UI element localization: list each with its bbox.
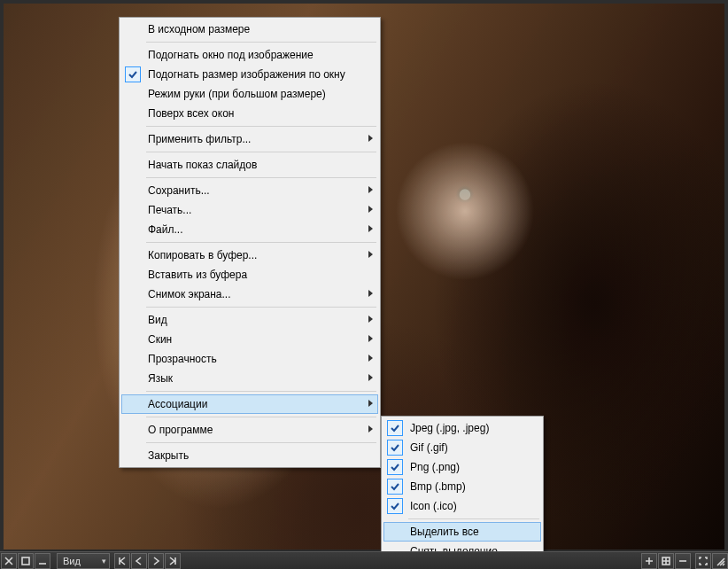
menu-language[interactable]: Язык	[121, 369, 378, 388]
menu-separator	[146, 152, 376, 152]
fullscreen-button[interactable]	[695, 553, 711, 569]
next-button[interactable]	[148, 553, 164, 569]
submenu-bmp[interactable]: Bmp (.bmp)	[383, 477, 541, 496]
menu-separator	[146, 442, 376, 443]
submenu-jpeg[interactable]: Jpeg (.jpg, .jpeg)	[383, 418, 541, 438]
menu-separator	[146, 177, 376, 178]
menu-save[interactable]: Сохранить...	[121, 181, 378, 200]
resize-grip[interactable]	[712, 553, 728, 569]
menu-screenshot[interactable]: Снимок экрана...	[121, 284, 378, 304]
submenu-arrow-icon	[368, 186, 373, 193]
check-icon	[387, 440, 403, 456]
menu-separator	[408, 518, 539, 519]
submenu-png[interactable]: Png (.png)	[383, 457, 541, 477]
menu-separator	[146, 417, 376, 417]
check-icon	[387, 479, 403, 495]
submenu-icon[interactable]: Icon (.ico)	[383, 496, 541, 516]
submenu-select-all[interactable]: Выделить все	[383, 522, 541, 542]
submenu-arrow-icon	[368, 400, 373, 407]
menu-label: Подогнать размер изображения по окну	[148, 68, 345, 81]
submenu-arrow-icon	[368, 374, 373, 381]
zoom-fit-button[interactable]	[658, 553, 674, 569]
menu-label: Снимок экрана...	[148, 288, 231, 300]
menu-label: Начать показ слайдов	[148, 159, 257, 171]
minimize-button[interactable]	[35, 553, 50, 569]
menu-separator	[146, 42, 376, 43]
menu-apply-filter[interactable]: Применить фильтр...	[121, 129, 378, 149]
submenu-gif[interactable]: Gif (.gif)	[383, 438, 541, 457]
menu-label: О программе	[148, 424, 213, 436]
menu-fit-window-to-image[interactable]: Подогнать окно под изображение	[121, 45, 378, 65]
menu-separator	[146, 391, 376, 392]
submenu-label: Icon (.ico)	[410, 500, 457, 512]
close-button[interactable]	[1, 553, 17, 569]
last-button[interactable]	[165, 553, 181, 569]
submenu-arrow-icon	[368, 251, 373, 258]
menu-label: Вид	[148, 314, 167, 326]
menu-original-size[interactable]: В исходном размере	[121, 19, 378, 39]
menu-always-on-top[interactable]: Поверх всех окон	[121, 104, 378, 123]
menu-separator	[146, 126, 376, 127]
submenu-arrow-icon	[368, 290, 373, 297]
maximize-button[interactable]	[18, 553, 34, 569]
menu-label: Язык	[148, 372, 173, 385]
menu-label: Ассоциации	[148, 398, 207, 410]
submenu-arrow-icon	[368, 225, 373, 232]
menu-label: Режим руки (при большом размере)	[148, 88, 326, 100]
context-menu: В исходном размере Подогнать окно под из…	[119, 17, 381, 468]
menu-label: Поверх всех окон	[148, 107, 234, 120]
menu-hand-mode[interactable]: Режим руки (при большом размере)	[121, 84, 378, 104]
submenu-label: Png (.png)	[410, 461, 460, 473]
menu-transparency[interactable]: Прозрачность	[121, 349, 378, 369]
check-icon	[387, 498, 403, 514]
submenu-arrow-icon	[368, 316, 373, 323]
menu-label: Копировать в буфер...	[148, 249, 257, 261]
submenu-arrow-icon	[368, 355, 373, 362]
menu-fit-image-to-window[interactable]: Подогнать размер изображения по окну	[121, 65, 378, 84]
menu-label: Вставить из буфера	[148, 269, 247, 281]
associations-submenu: Jpeg (.jpg, .jpeg) Gif (.gif) Png (.png)…	[381, 416, 544, 564]
menu-label: Закрыть	[148, 449, 189, 462]
menu-skin[interactable]: Скин	[121, 330, 378, 349]
menu-file[interactable]: Файл...	[121, 220, 378, 239]
menu-close[interactable]: Закрыть	[121, 446, 378, 465]
zoom-in-button[interactable]	[641, 553, 657, 569]
check-icon	[387, 459, 403, 475]
menu-label: Применить фильтр...	[148, 133, 251, 145]
menu-associations[interactable]: Ассоциации	[121, 394, 378, 414]
view-dropdown[interactable]: Вид ▾	[57, 553, 110, 569]
check-icon	[125, 66, 141, 82]
menu-label: Печать...	[148, 204, 191, 216]
submenu-arrow-icon	[368, 135, 373, 142]
submenu-label: Выделить все	[410, 526, 479, 538]
submenu-arrow-icon	[368, 335, 373, 342]
menu-label: Сохранить...	[148, 184, 210, 197]
bottom-toolbar: Вид ▾	[0, 551, 728, 569]
menu-paste-from-buffer[interactable]: Вставить из буфера	[121, 265, 378, 284]
menu-copy-to-buffer[interactable]: Копировать в буфер...	[121, 246, 378, 265]
menu-start-slideshow[interactable]: Начать показ слайдов	[121, 155, 378, 175]
submenu-arrow-icon	[368, 425, 373, 433]
menu-print[interactable]: Печать...	[121, 200, 378, 220]
view-dropdown-label: Вид	[63, 556, 81, 566]
svg-rect-0	[22, 557, 29, 565]
first-button[interactable]	[114, 553, 130, 569]
submenu-arrow-icon	[368, 206, 373, 213]
menu-label: Файл...	[148, 223, 183, 236]
menu-label: В исходном размере	[148, 23, 250, 35]
submenu-label: Gif (.gif)	[410, 441, 448, 454]
submenu-label: Bmp (.bmp)	[410, 480, 466, 493]
menu-about[interactable]: О программе	[121, 420, 378, 440]
submenu-label: Jpeg (.jpg, .jpeg)	[410, 422, 489, 434]
menu-separator	[146, 307, 376, 308]
menu-label: Скин	[148, 333, 172, 346]
zoom-out-button[interactable]	[675, 553, 691, 569]
menu-separator	[146, 242, 376, 243]
menu-label: Подогнать окно под изображение	[148, 49, 314, 61]
prev-button[interactable]	[131, 553, 147, 569]
check-icon	[387, 420, 403, 436]
menu-label: Прозрачность	[148, 353, 217, 365]
chevron-down-icon: ▾	[102, 557, 106, 565]
menu-view[interactable]: Вид	[121, 310, 378, 330]
